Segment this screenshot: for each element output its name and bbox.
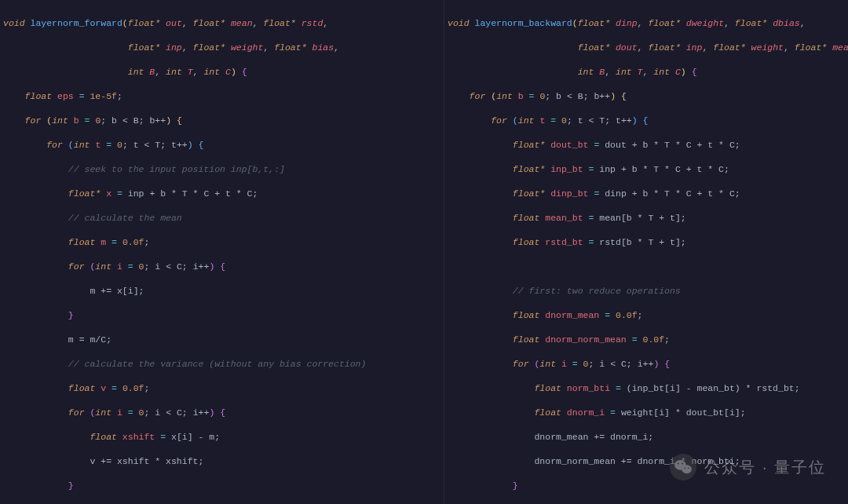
decl: float norm_bti = (inp_bt[i] - mean_bt) *… (448, 382, 833, 395)
comment: // calculate the mean (3, 212, 440, 225)
code-pane-backward: void layernorm_backward(float* dinp, flo… (444, 0, 836, 504)
fn-sig-line1: void layernorm_forward(float* out, float… (3, 17, 440, 30)
svg-point-2 (678, 462, 679, 464)
decl: float dnorm_norm_mean = 0.0f; (448, 334, 833, 346)
for-i1: for (int i = 0; i < C; i++) { (448, 358, 833, 371)
code-pane-forward: void layernorm_forward(float* out, float… (0, 0, 444, 504)
decl: float dnorm_i = weight[i] * dout_bt[i]; (448, 407, 833, 419)
brace: } (448, 480, 833, 492)
for-b: for (int b = 0; b < B; b++) { (3, 115, 440, 127)
stmt: v += xshift * xshift; (3, 455, 440, 468)
fn-sig-line3: int B, int T, int C) { (3, 66, 440, 79)
stmt: m = m/C; (3, 334, 440, 346)
comment: // calculate the variance (without any b… (3, 358, 440, 371)
watermark: 公众号 · 量子位 (670, 454, 826, 480)
fn-sig-line2: float* inp, float* weight, float* bias, (3, 42, 440, 54)
decl: float rstd_bt = rstd[b * T + t]; (448, 236, 833, 249)
decl: float mean_bt = mean[b * T + t]; (448, 212, 833, 225)
stmt: dnorm_mean += dnorm_i; (448, 431, 833, 444)
for-i1: for (int i = 0; i < C; i++) { (3, 261, 440, 273)
watermark-text: 公众号 · 量子位 (704, 457, 826, 478)
decl: float* dinp_bt = dinp + b * T * C + t * … (448, 188, 833, 200)
wechat-icon (670, 454, 696, 480)
brace: } (3, 309, 440, 322)
for-b: for (int b = 0; b < B; b++) { (448, 90, 833, 103)
for-t: for (int t = 0; t < T; t++) { (3, 139, 440, 152)
svg-point-5 (688, 468, 689, 469)
stmt: m += x[i]; (3, 285, 440, 298)
blank (448, 261, 833, 273)
svg-point-1 (682, 465, 693, 473)
decl-v: float v = 0.0f; (3, 382, 440, 395)
decl: float* inp_bt = inp + b * T * C + t * C; (448, 163, 833, 176)
fn-sig-line1: void layernorm_backward(float* dinp, flo… (448, 17, 833, 30)
decl: float* dout_bt = dout + b * T * C + t * … (448, 139, 833, 152)
fn-sig-line3: int B, int T, int C) { (448, 66, 833, 79)
brace: } (3, 480, 440, 492)
comment: // seek to the input position inp[b,t,:] (3, 163, 440, 176)
decl-m: float m = 0.0f; (3, 236, 440, 249)
decl-eps: float eps = 1e-5f; (3, 90, 440, 103)
decl-x: float* x = inp + b * T * C + t * C; (3, 188, 440, 200)
for-t: for (int t = 0; t < T; t++) { (448, 115, 833, 127)
comment: // first: two reduce operations (448, 285, 833, 298)
svg-point-4 (685, 468, 686, 469)
fn-sig-line2: float* dout, float* inp, float* weight, … (448, 42, 833, 54)
decl-xshift: float xshift = x[i] - m; (3, 431, 440, 444)
svg-point-3 (682, 462, 683, 464)
decl: float dnorm_mean = 0.0f; (448, 309, 833, 322)
for-i2: for (int i = 0; i < C; i++) { (3, 407, 440, 419)
